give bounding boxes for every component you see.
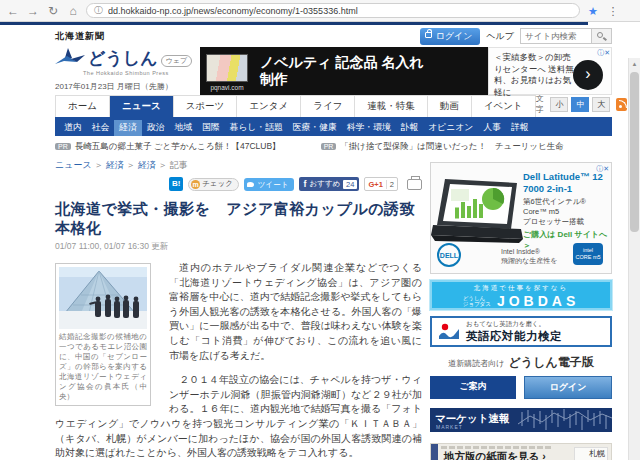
browser-window: ← → ↻ ⌂ ⓘ dd.hokkaido-np.co.jp/news/econ… <box>0 0 640 460</box>
url-bar[interactable]: ⓘ dd.hokkaido-np.co.jp/news/economy/econ… <box>86 3 580 18</box>
browser-menu-icon[interactable]: ⋮ <box>606 5 620 17</box>
ad-headline: ノベルティ 記念品 名入れ制作 <box>250 54 484 88</box>
tweet-button[interactable]: ツイート <box>244 178 295 191</box>
adchoices-icon[interactable]: ⓘ✕ <box>597 48 610 58</box>
denshiban-guide-button[interactable]: ご案内 <box>430 376 516 399</box>
ad-arrow-icon[interactable]: › <box>573 60 603 90</box>
googleplus-count: 2 <box>386 180 394 189</box>
googleplus-button[interactable]: G+12 <box>364 177 398 191</box>
subnav-international[interactable]: 国際 <box>197 120 225 136</box>
fontsize-large-button[interactable]: 大 <box>592 97 610 112</box>
pr-link-2[interactable]: 「掛け捨て型保険」は間違いだった！ チューリッヒ生命 <box>340 141 563 151</box>
tab-event[interactable]: イベント <box>471 95 536 117</box>
regional-banner-strip <box>431 444 438 460</box>
date-display: 2017年01月23日 月曜日（先勝） <box>55 81 200 92</box>
subnav-region[interactable]: 地域 <box>169 120 197 136</box>
article-title: 北海道で挙式・撮影を アジア富裕カップルの誘致本格化 <box>55 200 422 238</box>
subnav-society[interactable]: 社会 <box>87 120 115 136</box>
breadcrumb: ニュース ＞ 経済 ＞ 経済 ＞ 記事 <box>55 159 422 172</box>
subnav-life-topics[interactable]: 暮らし・話題 <box>225 120 288 136</box>
mixi-icon: m <box>191 180 200 189</box>
top-ad-right[interactable]: ⓘ✕ ＜実績多数＞の卸売りセンターへ 送料無料、お見積りはお気軽に › <box>488 47 612 95</box>
regional-banner-title: 地方版の紙面を見る › <box>444 450 546 460</box>
forward-icon[interactable]: → <box>26 5 40 17</box>
breadcrumb-news[interactable]: ニュース <box>55 160 92 170</box>
logo-web-badge: ウェブ <box>161 55 193 67</box>
subnav-politics[interactable]: 政治 <box>142 120 170 136</box>
top-ad-banner[interactable]: pqnavi.com ノベルティ 記念品 名入れ制作 <box>200 47 488 95</box>
tab-entertainment[interactable]: エンタメ <box>236 95 300 117</box>
denshiban-title: どうしん電子版 <box>509 354 594 371</box>
fontsize-small-button[interactable]: 小 <box>550 97 568 112</box>
intel-core-badge-icon: intelCORE m5 <box>573 243 603 265</box>
browser-toolbar: ← → ↻ ⌂ ⓘ dd.hokkaido-np.co.jp/news/econ… <box>0 0 640 22</box>
photo-caption: 結婚記念撮影の候補地の一つであるモエレ沼公園に、中国の「セブンローズ」の幹部らを… <box>59 332 147 402</box>
back-icon[interactable]: ← <box>6 5 20 17</box>
mixi-check-button[interactable]: mチェック <box>188 178 239 191</box>
login-button[interactable]: ログイン <box>420 28 481 45</box>
article-body: 結婚記念撮影の候補地の一つであるモエレ沼公園に、中国の「セブンローズ」の幹部らを… <box>55 261 422 460</box>
ad-product-image <box>206 54 248 82</box>
site-search <box>520 28 612 44</box>
fontsize-medium-button[interactable]: 中 <box>571 97 589 112</box>
print-icon[interactable] <box>407 179 422 190</box>
subnav-detail[interactable]: 詳報 <box>506 120 534 136</box>
tab-sports[interactable]: スポーツ <box>173 95 237 117</box>
jobdas-logo: JOBDAS <box>497 293 579 309</box>
page-info-icon[interactable]: ⓘ <box>94 4 103 17</box>
bookmark-star-icon[interactable]: ★ <box>586 5 600 17</box>
help-link[interactable]: ヘルプ <box>486 30 514 43</box>
denshiban-login-button[interactable]: ログイン <box>524 376 612 399</box>
search-input[interactable] <box>521 31 591 41</box>
eiken-tagline: おもてなし英語力を磨く。 <box>466 320 562 329</box>
site-logo[interactable]: どうしん ウェブ The Hokkaido Shimbun Press 2017… <box>55 47 200 95</box>
eigo-kentei-banner[interactable]: おもてなし英語力を磨く。 英語応対能力検定 <box>430 316 612 347</box>
facebook-recommend-button[interactable]: fおすすめ24 <box>299 177 359 191</box>
search-button[interactable] <box>591 29 611 43</box>
pr-badge: PR <box>321 143 337 150</box>
tab-video[interactable]: 動画 <box>427 95 471 117</box>
scrollbar-up-icon[interactable]: ▲ <box>629 58 640 70</box>
tab-news[interactable]: ニュース <box>109 95 173 117</box>
site-header: 北海道新聞 ログイン ヘルプ <box>55 27 612 45</box>
facebook-icon: f <box>303 179 306 189</box>
tab-life[interactable]: ライフ <box>300 95 354 117</box>
dell-logo-icon: DELL <box>437 243 461 267</box>
subnav-opinion[interactable]: オピニオン <box>423 120 478 136</box>
breadcrumb-economy[interactable]: 経済 <box>106 160 124 170</box>
rss-icon[interactable] <box>616 98 626 111</box>
subnav-obituary[interactable]: 訃報 <box>396 120 424 136</box>
subnav-medical[interactable]: 医療・健康 <box>288 120 342 136</box>
reload-icon[interactable]: ↻ <box>46 5 60 17</box>
sub-nav: 道内 社会 経済 政治 地域 国際 暮らし・話題 医療・健康 科学・環境 訃報 … <box>55 119 612 136</box>
article-photo-block: 結婚記念撮影の候補地の一つであるモエレ沼公園に、中国の「セブンローズ」の幹部らを… <box>55 263 151 406</box>
scrollbar[interactable]: ▲ <box>628 58 640 460</box>
pr-badge: PR <box>55 143 71 150</box>
pr-row: PR長崎五島の郷土菓子 ごと芋かんころ餅！【47CLUB】 PR「掛け捨て型保険… <box>55 141 612 153</box>
subnav-economy[interactable]: 経済 <box>114 120 142 136</box>
jobdas-banner[interactable]: 北海道で仕事を探すなら どうしんジョブダス JOBDAS <box>430 280 612 310</box>
hatena-bookmark-button[interactable]: B! <box>169 177 183 191</box>
article-timestamp: 01/07 11:00, 01/07 16:30 更新 <box>55 241 422 253</box>
facebook-count: 24 <box>343 180 357 189</box>
lock-icon <box>425 32 432 38</box>
site-name: 北海道新聞 <box>55 30 105 43</box>
page-top-border <box>0 22 588 25</box>
breadcrumb-economy2[interactable]: 経済 <box>138 160 156 170</box>
tab-home[interactable]: ホーム <box>55 95 109 117</box>
dell-ad[interactable]: ⓘ✕ <box>430 162 612 274</box>
eiken-title: 英語応対能力検定 <box>466 329 562 344</box>
regional-banner-region: 札幌 <box>574 447 608 460</box>
regional-paper-banner[interactable]: 地方版の紙面を見る › 札幌 <box>430 443 612 460</box>
market-report-banner[interactable]: マーケット速報 MARKET <box>430 408 612 432</box>
ad-right-text: ＜実績多数＞の卸売りセンターへ 送料無料、お見積りはお気軽に <box>494 52 576 98</box>
breadcrumb-article: 記事 <box>170 160 188 170</box>
subnav-science[interactable]: 科学・環境 <box>342 120 396 136</box>
subnav-jinji[interactable]: 人事 <box>478 120 506 136</box>
sidebar: ⓘ✕ <box>430 157 612 460</box>
tab-series[interactable]: 連載・特集 <box>354 95 427 117</box>
scrollbar-thumb[interactable] <box>630 72 639 232</box>
subnav-dounai[interactable]: 道内 <box>59 120 87 136</box>
home-icon[interactable]: ⌂ <box>66 5 80 17</box>
pr-link-1[interactable]: 長崎五島の郷土菓子 ごと芋かんころ餅！【47CLUB】 <box>75 141 281 151</box>
